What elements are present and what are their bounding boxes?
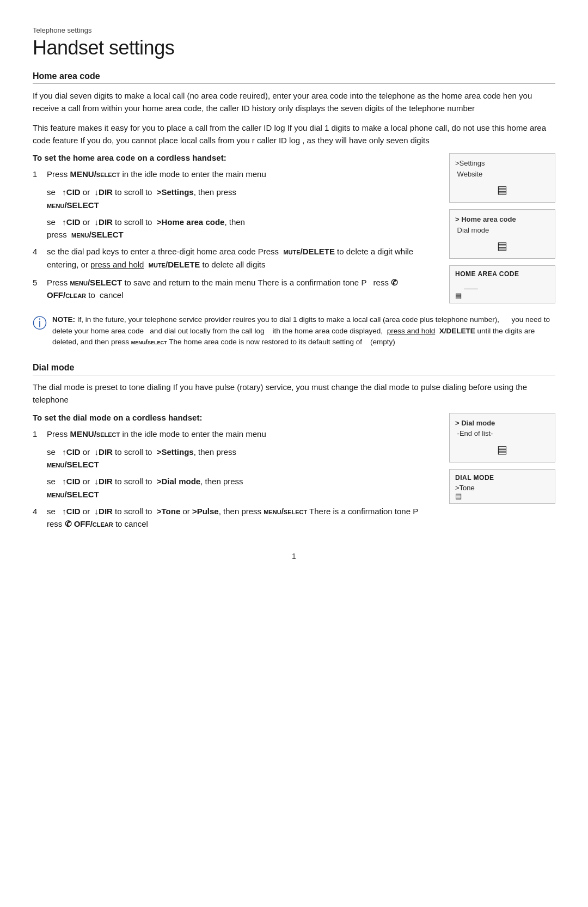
step-4: 4 se the dial pad keys to enter a three-… [33,245,438,271]
step-se-home-area-code: se ↑CID or ↓DIR to scroll to >Home area … [47,216,438,241]
dial-mode-steps-area: To set the dial mode on a cordless hands… [33,413,555,536]
dial-mode-display-title: DIAL MODE [455,474,549,482]
dial-step-1-content: Press MENU/select in the idle mode to en… [47,428,438,440]
dial-mode-tone: >Tone [455,484,549,492]
home-area-code-subsection-title: To set the home area code on a cordless … [33,153,438,162]
dial-step-4: 4 se ↑CID or ↓DIR to scroll to >Tone or … [33,505,438,531]
phone-box-home-line1: > Home area code [455,214,549,225]
breadcrumb: Telephone settings [33,26,555,34]
dial-mode-para1: The dial mode is preset to tone dialing … [33,381,555,406]
home-area-code-steps-area: To set the home area code on a cordless … [33,153,555,307]
step-4-num: 4 [33,245,42,271]
dial-mode-phone-boxes: > Dial mode -End of list- ▤ DIAL MODE >T… [449,413,555,536]
home-area-code-title: Home area code [33,71,555,84]
step-4-content: se the dial pad keys to enter a three-di… [47,245,438,271]
phone-box-dial-mode-line1: > Dial mode [455,418,549,429]
dial-step-4-num: 4 [33,505,42,531]
dial-step-1: 1 Press MENU/select in the idle mode to … [33,428,438,440]
phone-box-dial-mode-list: > Dial mode -End of list- ▤ [449,413,555,462]
home-area-code-para1: If you dial seven digits to make a local… [33,89,555,115]
phone-box-settings: >Settings Website ▤ [449,153,555,203]
phone-box-dial-mode-line2: -End of list- [455,428,549,439]
dial-step-1-num: 1 [33,428,42,440]
step-1: 1 Press MENU/select in the idle mode to … [33,168,438,180]
phone-box-home-area: > Home area code Dial mode ▤ [449,209,555,259]
phone-box-settings-line1: >Settings [455,158,549,169]
phone-box-home-area-code: HOME AREA CODE ___ ▤ [449,265,555,303]
page-title: Handset settings [33,36,555,59]
home-area-code-steps-left: To set the home area code on a cordless … [33,153,449,307]
phone-box-home-line2: Dial mode [455,225,549,236]
home-area-code-display-title: HOME AREA CODE [455,270,549,278]
home-area-code-dash: ___ [455,280,549,289]
menu-icon-1: ▤ [455,181,549,198]
menu-icon-5: ▤ [455,492,462,500]
menu-icon-3: ▤ [455,291,462,300]
phone-box-dial-mode-display: DIAL MODE >Tone ▤ [449,469,555,504]
phone-box-settings-line2: Website [455,169,549,180]
step-5: 5 Press menu/SELECT to save and return t… [33,276,438,302]
note-text: NOTE: If, in the future, your telephone … [52,314,555,348]
dial-mode-subsection-title: To set the dial mode on a cordless hands… [33,413,438,422]
step-se-settings: se ↑CID or ↓DIR to scroll to >Settings, … [47,186,438,211]
info-icon: ⓘ [33,313,47,348]
dial-step-se-settings: se ↑CID or ↓DIR to scroll to >Settings, … [47,446,438,471]
home-area-code-phone-boxes: >Settings Website ▤ > Home area code Dia… [449,153,555,307]
menu-icon-2: ▤ [455,238,549,254]
step-1-content: Press MENU/select in the idle mode to en… [47,168,438,180]
step-5-content: Press menu/SELECT to save and return to … [47,276,438,302]
dial-steps-left: To set the dial mode on a cordless hands… [33,413,449,536]
dial-mode-section: Dial mode The dial mode is preset to ton… [33,363,555,535]
home-area-code-para2: This feature makes it easy for you to pl… [33,121,555,147]
menu-icon-4: ▤ [455,441,549,458]
page-number: 1 [33,552,555,561]
dial-step-4-content: se ↑CID or ↓DIR to scroll to >Tone or >P… [47,505,438,531]
home-area-code-section: Home area code If you dial seven digits … [33,71,555,348]
step-5-num: 5 [33,276,42,302]
step-1-num: 1 [33,168,42,180]
dial-step-se-dialmode: se ↑CID or ↓DIR to scroll to >Dial mode,… [47,475,438,501]
dial-mode-title: Dial mode [33,363,555,375]
note-box: ⓘ NOTE: If, in the future, your telephon… [33,314,555,348]
